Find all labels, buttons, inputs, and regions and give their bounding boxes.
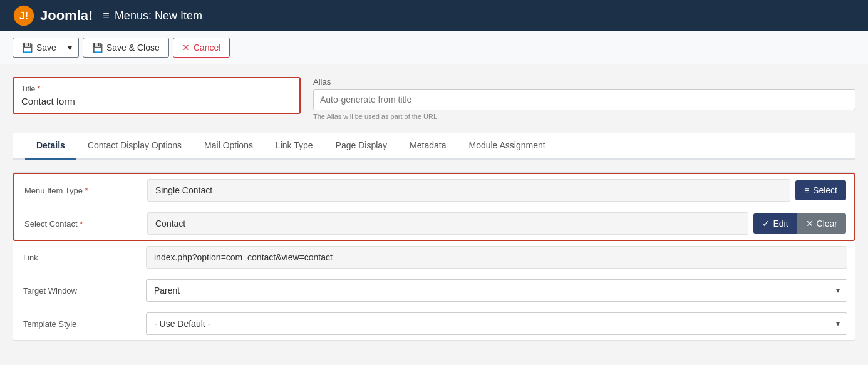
title-label: Title * xyxy=(21,85,292,93)
tab-page-display[interactable]: Page Display xyxy=(324,133,399,160)
template-style-row: Template Style - Use Default - ▾ xyxy=(13,307,855,340)
select-label: Select xyxy=(813,185,837,195)
svg-text:J!: J! xyxy=(19,10,28,21)
tab-contact-display[interactable]: Contact Display Options xyxy=(76,133,193,160)
target-window-label: Target Window xyxy=(13,279,138,303)
highlighted-section: Menu Item Type * Single Contact ≡ Select… xyxy=(13,173,855,241)
select-menu-item-type-button[interactable]: ≡ Select xyxy=(795,180,846,200)
tab-details[interactable]: Details xyxy=(25,133,76,160)
clear-label: Clear xyxy=(817,218,837,229)
joomla-logo-text: Joomla! xyxy=(40,8,93,24)
cancel-icon: ✕ xyxy=(182,43,190,53)
template-style-select-wrapper: - Use Default - ▾ xyxy=(146,312,847,335)
save-button[interactable]: 💾 Save xyxy=(13,38,66,58)
cancel-label: Cancel xyxy=(194,43,221,53)
save-close-button[interactable]: 💾 Save & Close xyxy=(83,38,169,58)
alias-hint: The Alias will be used as part of the UR… xyxy=(313,113,855,120)
header-title-icon: ≡ xyxy=(103,9,110,23)
template-style-select[interactable]: - Use Default - xyxy=(146,312,847,335)
toolbar: 💾 Save ▾ 💾 Save & Close ✕ Cancel xyxy=(0,31,868,64)
template-style-value: - Use Default - ▾ xyxy=(138,307,855,340)
title-alias-row: Title * Alias The Alias will be used as … xyxy=(13,77,855,120)
save-button-group: 💾 Save ▾ xyxy=(13,38,79,58)
alias-label: Alias xyxy=(313,77,855,86)
menu-item-type-label: Menu Item Type * xyxy=(14,178,140,203)
menu-item-type-row: Menu Item Type * Single Contact ≡ Select xyxy=(14,174,854,207)
clear-contact-button[interactable]: ✕ Clear xyxy=(797,213,846,234)
tabs-bar: Details Contact Display Options Mail Opt… xyxy=(13,133,855,160)
header-title-text: Menus: New Item xyxy=(115,9,202,23)
save-icon: 💾 xyxy=(22,43,33,53)
page-content: Title * Alias The Alias will be used as … xyxy=(0,64,868,365)
link-row: Link index.php?option=com_contact&view=c… xyxy=(13,241,855,274)
menu-item-type-value: Single Contact ≡ Select xyxy=(140,174,854,207)
tab-metadata[interactable]: Metadata xyxy=(398,133,457,160)
link-label: Link xyxy=(13,245,138,270)
target-window-row: Target Window Parent New Window with Nav… xyxy=(13,274,855,307)
clear-icon: ✕ xyxy=(806,218,814,229)
alias-section: Alias The Alias will be used as part of … xyxy=(313,77,855,120)
tab-link-type[interactable]: Link Type xyxy=(264,133,324,160)
title-input[interactable] xyxy=(21,96,292,106)
page-title: ≡ Menus: New Item xyxy=(103,9,202,23)
link-value: index.php?option=com_contact&view=contac… xyxy=(138,241,855,274)
select-contact-label: Select Contact * xyxy=(14,212,140,236)
link-text: index.php?option=com_contact&view=contac… xyxy=(146,246,847,269)
cancel-button[interactable]: ✕ Cancel xyxy=(173,38,230,58)
joomla-logo: J! Joomla! xyxy=(13,4,93,27)
tab-module-assignment[interactable]: Module Assignment xyxy=(457,133,556,160)
joomla-icon: J! xyxy=(13,4,35,27)
title-field-wrapper: Title * xyxy=(13,77,301,114)
edit-contact-button[interactable]: ✓ Edit xyxy=(753,213,797,234)
select-contact-value: Contact ✓ Edit ✕ Clear xyxy=(140,207,854,240)
select-contact-text: Contact xyxy=(147,212,748,235)
edit-icon: ✓ xyxy=(762,218,770,229)
tab-mail-options[interactable]: Mail Options xyxy=(193,133,264,160)
save-close-label: Save & Close xyxy=(106,43,160,53)
alias-input[interactable] xyxy=(313,89,855,110)
select-icon: ≡ xyxy=(804,185,809,195)
target-window-select-wrapper: Parent New Window with Navigation New Wi… xyxy=(146,279,847,302)
target-window-value: Parent New Window with Navigation New Wi… xyxy=(138,274,855,307)
app-header: J! Joomla! ≡ Menus: New Item xyxy=(0,0,868,31)
select-contact-row: Select Contact * Contact ✓ Edit ✕ Clear xyxy=(14,207,854,240)
dropdown-icon: ▾ xyxy=(68,43,72,53)
save-close-icon: 💾 xyxy=(92,43,103,53)
contact-action-buttons: ✓ Edit ✕ Clear xyxy=(753,213,846,234)
details-panel: Menu Item Type * Single Contact ≡ Select… xyxy=(13,172,855,341)
template-style-label: Template Style xyxy=(13,312,138,336)
save-dropdown-button[interactable]: ▾ xyxy=(61,38,79,58)
save-label: Save xyxy=(36,43,56,53)
menu-item-type-text: Single Contact xyxy=(147,179,790,202)
target-window-select[interactable]: Parent New Window with Navigation New Wi… xyxy=(146,279,847,302)
edit-label: Edit xyxy=(773,218,788,229)
